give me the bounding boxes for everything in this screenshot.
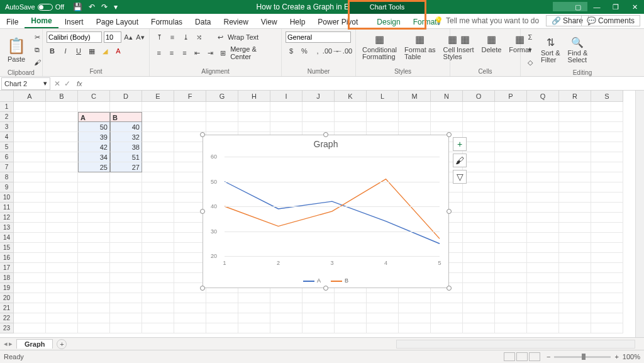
cell[interactable]: [206, 313, 238, 323]
cell[interactable]: 25: [78, 162, 110, 172]
cell[interactable]: [110, 203, 142, 213]
cell[interactable]: [591, 152, 623, 162]
cell[interactable]: [174, 323, 206, 333]
cell[interactable]: [142, 132, 174, 142]
cell[interactable]: 39: [78, 132, 110, 142]
cell[interactable]: [527, 293, 559, 303]
cell[interactable]: [303, 112, 335, 122]
cell[interactable]: [463, 112, 495, 122]
autosum-icon[interactable]: Σ: [525, 31, 536, 43]
legend-item[interactable]: B: [331, 277, 348, 284]
chart-object[interactable]: Graph 203040506012345 AB: [203, 135, 449, 288]
row-header[interactable]: 5: [0, 142, 14, 152]
find-select-button[interactable]: 🔍Find & Select: [565, 35, 591, 65]
resize-handle[interactable]: [447, 286, 452, 291]
cell[interactable]: [399, 102, 431, 112]
cell[interactable]: [463, 313, 495, 323]
cell[interactable]: [527, 122, 559, 132]
page-break-view-icon[interactable]: [529, 352, 540, 361]
cell[interactable]: [591, 182, 623, 193]
col-header[interactable]: K: [335, 91, 367, 102]
cell[interactable]: [559, 203, 591, 213]
cell[interactable]: [527, 142, 559, 152]
cell[interactable]: [495, 273, 527, 283]
cell[interactable]: [14, 162, 46, 172]
cell[interactable]: [399, 112, 431, 122]
cell[interactable]: B: [110, 112, 142, 122]
column-headers[interactable]: ABCDEFGHIJKLMNOPQRS: [14, 91, 623, 102]
worksheet-grid[interactable]: ABCDEFGHIJKLMNOPQRS 12345678910111213141…: [0, 91, 644, 337]
cell[interactable]: [110, 323, 142, 333]
cell[interactable]: [495, 102, 527, 112]
cell[interactable]: [591, 243, 623, 253]
fill-icon[interactable]: ▾: [525, 44, 536, 55]
cell[interactable]: [46, 122, 78, 132]
cell[interactable]: [495, 313, 527, 323]
merge-icon[interactable]: ⊞: [218, 47, 228, 59]
insert-cells-button[interactable]: ▦Insert: [454, 31, 477, 55]
cell[interactable]: [142, 223, 174, 233]
align-center-icon[interactable]: ≡: [166, 47, 177, 59]
cell[interactable]: [559, 182, 591, 193]
cell[interactable]: [142, 293, 174, 303]
tab-design[interactable]: Design: [370, 15, 406, 28]
cell[interactable]: [46, 283, 78, 293]
cell[interactable]: [591, 142, 623, 152]
cell[interactable]: [78, 213, 110, 223]
autosave-toggle[interactable]: AutoSave Off: [0, 3, 69, 11]
cell[interactable]: [591, 293, 623, 303]
wrap-text-label[interactable]: Wrap Text: [228, 33, 258, 41]
cell[interactable]: [399, 293, 431, 303]
cell[interactable]: [110, 313, 142, 323]
format-as-table-button[interactable]: ▦Format as Table: [402, 31, 438, 62]
cell[interactable]: [399, 313, 431, 323]
cell[interactable]: [46, 263, 78, 273]
cell[interactable]: [463, 132, 495, 142]
cell[interactable]: [46, 172, 78, 182]
align-middle-icon[interactable]: ≡: [167, 31, 178, 43]
tab-view[interactable]: View: [255, 15, 284, 28]
cell[interactable]: [142, 203, 174, 213]
col-header[interactable]: F: [174, 91, 206, 102]
cell[interactable]: [463, 223, 495, 233]
cell[interactable]: [591, 213, 623, 223]
cell[interactable]: [527, 213, 559, 223]
cell[interactable]: [527, 273, 559, 283]
cell[interactable]: [431, 313, 463, 323]
new-sheet-button[interactable]: +: [57, 339, 67, 349]
cell[interactable]: [495, 283, 527, 293]
row-header[interactable]: 7: [0, 162, 14, 172]
horizontal-scrollbar[interactable]: [396, 340, 635, 349]
cell[interactable]: [591, 102, 623, 112]
cell[interactable]: [46, 223, 78, 233]
cell[interactable]: [495, 323, 527, 333]
cell[interactable]: [14, 122, 46, 132]
cell[interactable]: [46, 142, 78, 152]
cell[interactable]: [559, 323, 591, 333]
cell[interactable]: [78, 293, 110, 303]
row-header[interactable]: 22: [0, 313, 14, 323]
cell[interactable]: [110, 293, 142, 303]
chart-plot-area[interactable]: 203040506012345: [225, 157, 440, 256]
cell[interactable]: [335, 313, 367, 323]
tab-help[interactable]: Help: [284, 15, 312, 28]
cell[interactable]: [367, 112, 399, 122]
cell[interactable]: [591, 303, 623, 313]
cell[interactable]: [110, 273, 142, 283]
cell[interactable]: [431, 122, 463, 132]
increase-indent-icon[interactable]: ⇥: [204, 47, 215, 59]
qat-dropdown-icon[interactable]: ▾: [114, 3, 118, 11]
cell[interactable]: [46, 323, 78, 333]
close-icon[interactable]: ✕: [625, 0, 644, 14]
cell[interactable]: [495, 132, 527, 142]
cell[interactable]: [174, 122, 206, 132]
cell[interactable]: [559, 293, 591, 303]
cell[interactable]: [14, 313, 46, 323]
cell[interactable]: [14, 233, 46, 243]
page-layout-view-icon[interactable]: [516, 352, 528, 361]
cell[interactable]: [110, 243, 142, 253]
conditional-formatting-button[interactable]: ▦Conditional Formatting: [360, 31, 399, 62]
cell[interactable]: [303, 323, 335, 333]
cell[interactable]: [559, 213, 591, 223]
cell[interactable]: [463, 193, 495, 203]
